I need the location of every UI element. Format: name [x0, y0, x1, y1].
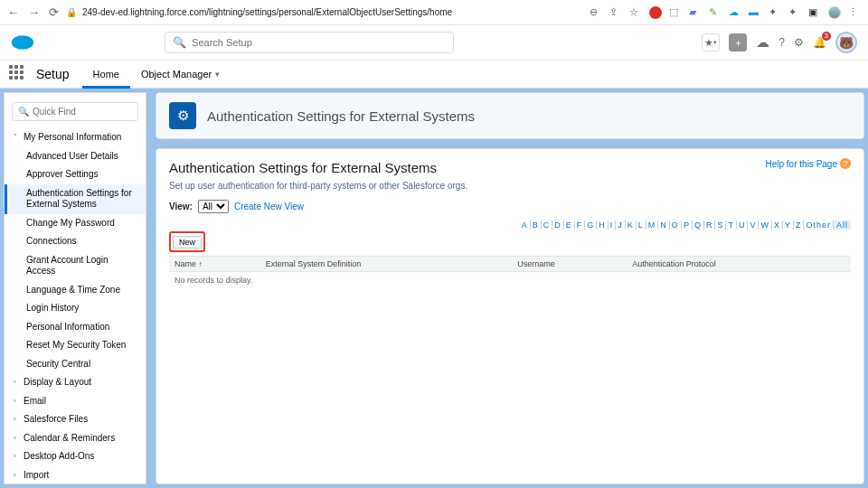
- alpha-filter[interactable]: J: [616, 221, 626, 230]
- search-input[interactable]: [192, 37, 446, 48]
- extensions-puzzle-icon[interactable]: ✦: [788, 6, 801, 19]
- alpha-filter[interactable]: R: [704, 221, 716, 230]
- alpha-filter[interactable]: O: [670, 221, 682, 230]
- sidebar-item[interactable]: ›Import: [5, 466, 146, 485]
- sidebar-item[interactable]: ›Desktop Add-Ons: [5, 447, 146, 466]
- sidebar-item[interactable]: Advanced User Details: [5, 147, 146, 166]
- alpha-filter[interactable]: E: [564, 221, 575, 230]
- sidebar-item[interactable]: Reset My Security Token: [5, 336, 146, 355]
- back-button[interactable]: ←: [7, 5, 19, 19]
- kebab-menu-icon[interactable]: ⋮: [848, 6, 861, 19]
- col-authproto[interactable]: Authentication Protocol: [627, 257, 851, 272]
- reload-button[interactable]: ⟳: [49, 5, 59, 19]
- sidebar-item-label: My Personal Information: [24, 132, 121, 144]
- global-add-button[interactable]: ＋: [729, 33, 747, 52]
- alpha-filter[interactable]: K: [626, 221, 637, 230]
- panel-title: Authentication Settings for External Sys…: [169, 160, 851, 175]
- sidebar-item[interactable]: Connections: [5, 232, 146, 251]
- sidebar-item[interactable]: Change My Password: [5, 214, 146, 233]
- alpha-filter[interactable]: Z: [794, 221, 805, 230]
- extension-icon[interactable]: ▰: [689, 6, 702, 19]
- sidebar-item[interactable]: Authentication Settings for External Sys…: [5, 184, 146, 214]
- alpha-filter[interactable]: H: [597, 221, 609, 230]
- gear-icon[interactable]: ⚙: [794, 36, 804, 49]
- alpha-filter[interactable]: A: [520, 221, 531, 230]
- sidebar-item-label: Connections: [26, 236, 77, 246]
- alpha-filter[interactable]: S: [715, 221, 726, 230]
- salesforce-logo-icon: [11, 34, 34, 51]
- col-name[interactable]: Name ↑: [169, 257, 260, 272]
- alpha-filter[interactable]: N: [658, 221, 670, 230]
- global-search[interactable]: 🔍: [165, 32, 454, 53]
- user-avatar[interactable]: 🐻: [835, 32, 857, 53]
- content-area: ⚙ Authentication Settings for External S…: [156, 92, 864, 484]
- quick-find-input[interactable]: 🔍 Quick Find: [12, 102, 138, 121]
- favorites-button[interactable]: ★▾: [702, 33, 720, 52]
- alpha-filter[interactable]: Y: [783, 221, 794, 230]
- url-text: 249-dev-ed.lightning.force.com/lightning…: [82, 7, 452, 17]
- alpha-filter-row: ABCDEFGHIJKLMNOPQRSTUVWXYZOtherAll: [169, 221, 851, 230]
- sidebar-item[interactable]: ˅My Personal Information: [5, 128, 146, 147]
- sidebar-item[interactable]: Personal Information: [5, 318, 146, 337]
- extension-cloud-icon[interactable]: ☁: [729, 6, 741, 19]
- sidebar-item[interactable]: Approver Settings: [5, 165, 146, 184]
- notifications-button[interactable]: 🔔3: [813, 36, 826, 49]
- extension-wand-icon[interactable]: ✎: [709, 6, 722, 19]
- sidebar-item-label: Change My Password: [26, 218, 115, 228]
- alpha-filter[interactable]: P: [682, 221, 693, 230]
- sidebar-item[interactable]: ›Salesforce Files: [5, 410, 146, 429]
- sidebar-item[interactable]: Grant Account Login Access: [5, 251, 146, 281]
- tab-home[interactable]: Home: [82, 61, 130, 89]
- setup-sidebar: 🔍 Quick Find ˅My Personal InformationAdv…: [4, 92, 146, 484]
- sidebar-item[interactable]: Security Central: [5, 355, 146, 374]
- sidebar-item[interactable]: ›Display & Layout: [5, 373, 146, 392]
- alpha-filter[interactable]: W: [759, 221, 772, 230]
- alpha-filter[interactable]: X: [772, 221, 783, 230]
- alpha-filter[interactable]: U: [737, 221, 749, 230]
- tab-object-manager-label: Object Manager: [141, 69, 212, 80]
- col-username[interactable]: Username: [512, 257, 627, 272]
- profile-avatar-icon[interactable]: [828, 6, 841, 19]
- share-icon[interactable]: ⇪: [609, 6, 622, 19]
- sidebar-item-label: Display & Layout: [24, 377, 91, 389]
- alpha-filter[interactable]: V: [748, 221, 759, 230]
- extension-chat-icon[interactable]: ▬: [749, 6, 761, 19]
- view-select[interactable]: All: [198, 200, 229, 213]
- empty-row: No records to display.: [169, 272, 851, 289]
- help-link[interactable]: Help for this Page ?: [766, 158, 852, 169]
- extensions-menu-icon[interactable]: ▣: [808, 6, 821, 19]
- chevron-right-icon: ›: [14, 471, 21, 480]
- forward-button[interactable]: →: [28, 5, 40, 19]
- create-new-view-link[interactable]: Create New View: [234, 202, 304, 211]
- alpha-filter[interactable]: F: [575, 221, 586, 230]
- new-button[interactable]: New: [173, 236, 202, 249]
- search-icon: 🔍: [173, 36, 186, 49]
- help-icon[interactable]: ?: [778, 36, 785, 49]
- extension-bolt-icon[interactable]: ✦: [769, 6, 781, 19]
- alpha-filter[interactable]: G: [585, 221, 597, 230]
- alpha-filter[interactable]: Q: [693, 221, 704, 230]
- app-launcher-icon[interactable]: [9, 65, 27, 83]
- alpha-filter[interactable]: B: [531, 221, 542, 230]
- alpha-filter[interactable]: D: [552, 221, 564, 230]
- sidebar-item[interactable]: Language & Time Zone: [5, 281, 146, 300]
- sidebar-item[interactable]: ›Email: [5, 392, 146, 411]
- tab-object-manager[interactable]: Object Manager ▾: [130, 61, 231, 88]
- alpha-filter[interactable]: Other: [804, 221, 834, 230]
- sidebar-item[interactable]: ›Calendar & Reminders: [5, 429, 146, 448]
- extension-icon[interactable]: ⬚: [669, 6, 682, 19]
- zoom-icon[interactable]: ⊖: [590, 6, 602, 19]
- alpha-filter[interactable]: L: [637, 221, 646, 230]
- alpha-filter[interactable]: C: [542, 221, 553, 230]
- extension-opera-icon[interactable]: [649, 6, 662, 19]
- alpha-filter[interactable]: M: [646, 221, 659, 230]
- sidebar-item[interactable]: Login History: [5, 299, 146, 318]
- sidebar-item-label: Personal Information: [26, 322, 109, 332]
- salesforce-help-icon[interactable]: ☁: [756, 34, 769, 51]
- col-extdef[interactable]: External System Definition: [260, 257, 513, 272]
- chevron-right-icon: ›: [14, 378, 21, 387]
- alpha-filter[interactable]: All: [834, 221, 851, 230]
- star-icon[interactable]: ☆: [629, 6, 642, 19]
- alpha-filter[interactable]: T: [726, 221, 737, 230]
- gear-icon: ⚙: [169, 102, 196, 129]
